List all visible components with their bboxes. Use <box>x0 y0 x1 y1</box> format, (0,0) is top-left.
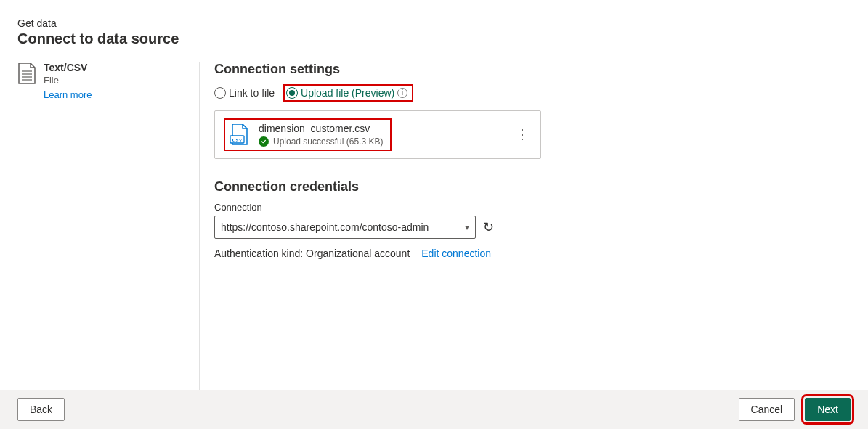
vertical-divider <box>199 62 200 429</box>
file-source-radio-group: Link to file Upload file (Preview) i <box>214 84 851 102</box>
radio-upload-label: Upload file (Preview) <box>301 87 394 99</box>
learn-more-link[interactable]: Learn more <box>44 89 92 100</box>
uploaded-file-name: dimension_customer.csv <box>259 123 383 134</box>
connector-summary: Text/CSV File Learn more <box>17 62 184 429</box>
connection-select[interactable]: https://contoso.sharepoint.com/contoso-a… <box>214 216 476 239</box>
chevron-down-icon: ▾ <box>465 222 469 232</box>
refresh-icon[interactable]: ↻ <box>483 219 494 235</box>
highlight-box: CSV dimension_customer.csv Upload succes… <box>224 118 392 151</box>
highlight-box: Upload file (Preview) i <box>283 84 413 102</box>
radio-link-to-file[interactable]: Link to file <box>214 87 275 99</box>
file-icon <box>17 63 36 85</box>
back-button[interactable]: Back <box>17 398 65 421</box>
file-more-menu-icon[interactable]: ⋮ <box>513 132 532 137</box>
auth-kind-text: Authentication kind: Organizational acco… <box>214 248 410 259</box>
connector-subtitle: File <box>44 75 92 86</box>
success-check-icon <box>259 136 269 147</box>
svg-text:CSV: CSV <box>232 137 242 143</box>
connection-field-label: Connection <box>214 202 851 213</box>
next-button[interactable]: Next <box>805 398 851 421</box>
connection-credentials-heading: Connection credentials <box>214 179 851 195</box>
upload-status-text: Upload successful (65.3 KB) <box>273 136 383 147</box>
csv-file-icon: CSV <box>230 124 248 146</box>
breadcrumb: Get data <box>17 17 851 29</box>
page-title: Connect to data source <box>17 30 851 47</box>
uploaded-file-card: CSV dimension_customer.csv Upload succes… <box>214 110 541 159</box>
radio-upload-file[interactable]: Upload file (Preview) i <box>286 87 407 99</box>
edit-connection-link[interactable]: Edit connection <box>421 248 491 259</box>
cancel-button[interactable]: Cancel <box>739 398 795 421</box>
radio-icon <box>286 87 298 99</box>
connection-settings-heading: Connection settings <box>214 62 851 77</box>
dialog-footer: Back Cancel Next <box>0 390 868 429</box>
radio-link-label: Link to file <box>229 87 275 99</box>
connector-title: Text/CSV <box>44 62 92 73</box>
radio-icon <box>214 87 226 99</box>
info-icon[interactable]: i <box>397 88 407 98</box>
connection-select-value: https://contoso.sharepoint.com/contoso-a… <box>221 221 429 233</box>
